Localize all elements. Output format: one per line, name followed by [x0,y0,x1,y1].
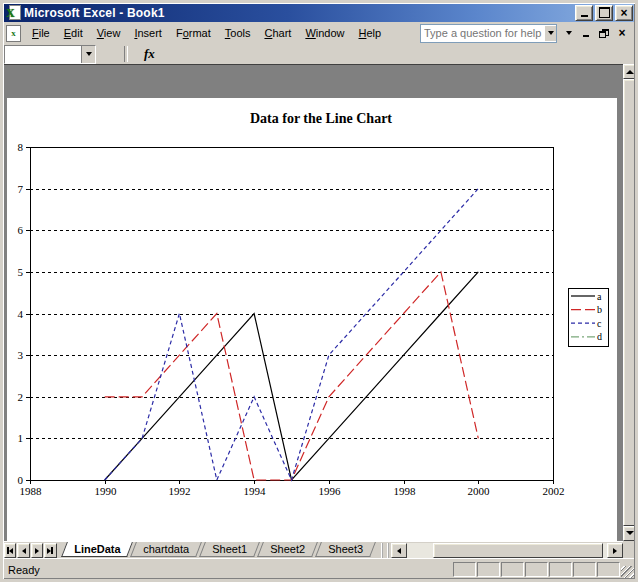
formula-bar: fx [3,44,635,64]
horizontal-scrollbar[interactable] [391,543,623,558]
y-axis-label: 4 [18,308,24,320]
x-axis-label: 1992 [169,485,191,497]
scroll-right-button[interactable] [607,543,623,558]
tab-scroll-last-button[interactable] [44,543,56,558]
sheet-tab-linedata[interactable]: LineData [61,542,133,557]
x-axis-label: 2002 [543,485,565,497]
status-cell [525,562,548,577]
y-axis-label: 6 [18,224,24,236]
legend-label-c: c [597,318,602,329]
y-axis-label: 8 [18,141,24,153]
window-restore-button[interactable] [595,26,613,41]
menu-item-format[interactable]: Format [169,24,218,42]
close-button[interactable]: × [615,5,633,21]
scroll-left-button[interactable] [391,543,407,558]
menu-item-tools[interactable]: Tools [218,24,258,42]
name-box-dropdown-button[interactable] [81,46,95,63]
sheet-tab-label: chartdata [134,542,198,556]
legend-label-a: a [597,291,602,302]
legend-label-d: d [597,331,602,342]
status-cell [549,562,572,577]
menu-item-window[interactable]: Window [298,24,351,42]
window-close-button[interactable]: × [613,26,631,41]
help-search-input[interactable] [421,26,545,41]
toolbar-options-button[interactable] [564,28,574,38]
chevron-down-icon [86,52,92,59]
x-axis-label: 2000 [468,485,491,497]
tab-scroll-first-button[interactable] [4,543,16,558]
menu-item-chart[interactable]: Chart [257,24,298,42]
sheet-tab-chartdata[interactable]: chartdata [130,542,202,557]
arrow-left-icon [397,548,401,554]
sheet-tab-label: Sheet1 [203,542,256,556]
next-tab-icon [35,548,39,554]
chevron-down-icon [548,31,554,38]
chart-page[interactable]: Data for the Line Chart01234567819881990… [7,98,617,542]
scroll-up-button[interactable] [623,64,637,79]
sheet-tab-sheet1[interactable]: Sheet1 [199,542,260,557]
formula-bar-separator [124,46,128,62]
sheet-tab-label: Sheet2 [261,542,314,556]
minimize-button[interactable] [575,5,593,21]
status-cell [573,562,596,577]
status-cell [501,562,524,577]
menu-item-edit[interactable]: Edit [57,24,90,42]
chart-canvas: Data for the Line Chart01234567819881990… [7,98,617,541]
restore-icon [599,29,609,38]
menu-item-help[interactable]: Help [352,24,389,42]
name-box-input[interactable] [5,46,81,63]
child-window-buttons: × [577,26,631,41]
chart-title: Data for the Line Chart [250,111,392,126]
scroll-down-button[interactable] [623,526,637,541]
y-axis-label: 3 [18,349,24,361]
arrow-up-icon [626,66,634,74]
x-axis-label: 1994 [244,485,267,497]
y-axis-label: 1 [18,432,24,444]
chevron-down-icon [566,31,572,38]
horizontal-scroll-track[interactable] [407,543,433,558]
status-bar: Ready [3,558,635,580]
horizontal-scroll-thumb[interactable] [433,543,603,558]
legend-box [569,289,609,347]
x-axis-label: 1990 [95,485,118,497]
close-icon: × [618,26,625,40]
status-cell [597,562,620,577]
close-icon: × [620,8,627,18]
prev-tab-icon [22,548,26,554]
status-cell [477,562,500,577]
x-axis-label: 1996 [319,485,342,497]
menu-item-insert[interactable]: Insert [127,24,169,42]
sheet-tab-sheet2[interactable]: Sheet2 [257,542,318,557]
tab-scroll-prev-button[interactable] [17,543,29,558]
menu-item-view[interactable]: View [90,24,128,42]
status-indicator-cells [453,562,621,577]
menu-item-file[interactable]: File [25,24,57,42]
sheet-tab-bar: LineDatachartdataSheet1Sheet2Sheet3 [3,541,623,559]
y-axis-label: 2 [18,391,24,403]
vertical-scroll-thumb[interactable] [623,79,637,526]
workspace: Data for the Line Chart01234567819881990… [3,64,623,542]
excel-app-icon: X [6,5,21,20]
window-minimize-button[interactable] [577,26,595,41]
resize-grip[interactable] [621,566,634,579]
legend-label-b: b [597,304,602,315]
sheet-tab-sheet3[interactable]: Sheet3 [315,542,376,557]
window-titlebar[interactable]: X Microsoft Excel - Book1 × [3,3,635,22]
vertical-scrollbar[interactable] [623,64,637,541]
insert-function-icon[interactable]: fx [138,46,161,62]
window-title: Microsoft Excel - Book1 [24,6,573,20]
status-message: Ready [3,564,40,576]
arrow-right-icon [613,548,617,554]
maximize-button[interactable] [595,5,613,21]
y-axis-label: 7 [18,183,24,195]
y-axis-label: 5 [18,266,24,278]
tab-scroll-next-button[interactable] [31,543,43,558]
sheet-tab-label: Sheet3 [319,542,372,556]
help-dropdown-button[interactable] [545,26,556,41]
worksheet-icon: x [6,25,21,42]
tab-splitter-handle[interactable] [381,543,389,558]
x-axis-label: 1998 [394,485,417,497]
x-axis-label: 1988 [20,485,43,497]
arrow-down-icon [626,531,634,539]
minimize-icon [581,15,588,17]
